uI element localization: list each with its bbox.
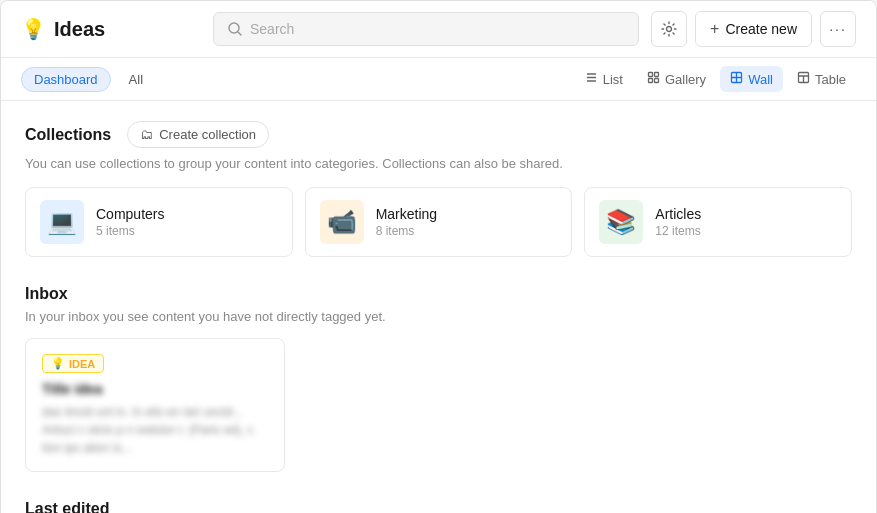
page-title: Ideas	[54, 18, 105, 41]
collection-info-2: Marketing 8 items	[376, 206, 437, 238]
collections-grid: 💻 Computers 5 items 📹 Marketing 8 items …	[25, 187, 852, 257]
last-edited-section: Last edited	[25, 500, 852, 513]
svg-rect-6	[648, 73, 652, 77]
collection-icon-2: 📹	[320, 200, 364, 244]
collection-info-1: Computers 5 items	[96, 206, 164, 238]
idea-badge: 💡 IDEA	[42, 354, 104, 373]
idea-card-body: das tincid unt in. In elis en tari unctd…	[42, 403, 268, 457]
ideas-emoji: 💡	[21, 17, 46, 41]
idea-card[interactable]: 💡 IDEA Title idea das tincid unt in. In …	[25, 338, 285, 472]
tab-wall[interactable]: Wall	[720, 66, 783, 92]
gear-icon	[661, 21, 677, 37]
svg-rect-9	[654, 79, 658, 83]
collection-info-3: Articles 12 items	[655, 206, 701, 238]
idea-badge-label: IDEA	[69, 358, 95, 370]
tab-table[interactable]: Table	[787, 66, 856, 92]
tab-list[interactable]: List	[575, 66, 633, 92]
tab-all[interactable]: All	[117, 68, 155, 91]
tab-wall-label: Wall	[748, 72, 773, 87]
tab-dashboard[interactable]: Dashboard	[21, 67, 111, 92]
header: 💡 Ideas Search + Create new ···	[1, 1, 876, 58]
sub-header: Dashboard All List Gallery Wall	[1, 58, 876, 101]
collection-card-3[interactable]: 📚 Articles 12 items	[584, 187, 852, 257]
tab-table-label: Table	[815, 72, 846, 87]
more-dots-icon: ···	[829, 21, 847, 37]
collection-name-1: Computers	[96, 206, 164, 222]
svg-line-1	[238, 32, 241, 35]
gallery-icon	[647, 71, 660, 87]
header-actions: + Create new ···	[651, 11, 856, 47]
collections-title: Collections	[25, 126, 111, 144]
inbox-section: Inbox In your inbox you see content you …	[25, 285, 852, 472]
svg-rect-7	[654, 73, 658, 77]
collection-count-1: 5 items	[96, 224, 164, 238]
tab-gallery-label: Gallery	[665, 72, 706, 87]
create-collection-label: Create collection	[159, 127, 256, 142]
create-new-plus-icon: +	[710, 20, 719, 38]
search-placeholder-text: Search	[250, 21, 294, 37]
inbox-title: Inbox	[25, 285, 852, 303]
collections-description: You can use collections to group your co…	[25, 156, 852, 171]
collection-icon-1: 💻	[40, 200, 84, 244]
collection-count-2: 8 items	[376, 224, 437, 238]
collection-card-1[interactable]: 💻 Computers 5 items	[25, 187, 293, 257]
collection-name-2: Marketing	[376, 206, 437, 222]
search-bar[interactable]: Search	[213, 12, 639, 46]
collection-name-3: Articles	[655, 206, 701, 222]
search-icon	[228, 22, 242, 36]
last-edited-title: Last edited	[25, 500, 852, 513]
inbox-description: In your inbox you see content you have n…	[25, 309, 852, 324]
collection-card-2[interactable]: 📹 Marketing 8 items	[305, 187, 573, 257]
collection-icon-3: 📚	[599, 200, 643, 244]
list-icon	[585, 71, 598, 87]
svg-rect-8	[648, 79, 652, 83]
filter-tabs: Dashboard All	[21, 67, 155, 92]
tab-gallery[interactable]: Gallery	[637, 66, 716, 92]
tab-list-label: List	[603, 72, 623, 87]
view-tabs: List Gallery Wall Table	[575, 66, 856, 92]
create-new-label: Create new	[725, 21, 797, 37]
collections-header: Collections 🗂 Create collection	[25, 121, 852, 148]
svg-point-2	[667, 27, 672, 32]
table-icon	[797, 71, 810, 87]
header-title-section: 💡 Ideas	[21, 17, 201, 41]
collection-icon-emoji: 🗂	[140, 127, 153, 142]
main-content: Collections 🗂 Create collection You can …	[1, 101, 876, 513]
create-new-button[interactable]: + Create new	[695, 11, 812, 47]
more-options-button[interactable]: ···	[820, 11, 856, 47]
idea-badge-emoji: 💡	[51, 357, 65, 370]
create-collection-button[interactable]: 🗂 Create collection	[127, 121, 269, 148]
wall-icon	[730, 71, 743, 87]
idea-card-title: Title idea	[42, 381, 268, 397]
collection-count-3: 12 items	[655, 224, 701, 238]
settings-button[interactable]	[651, 11, 687, 47]
